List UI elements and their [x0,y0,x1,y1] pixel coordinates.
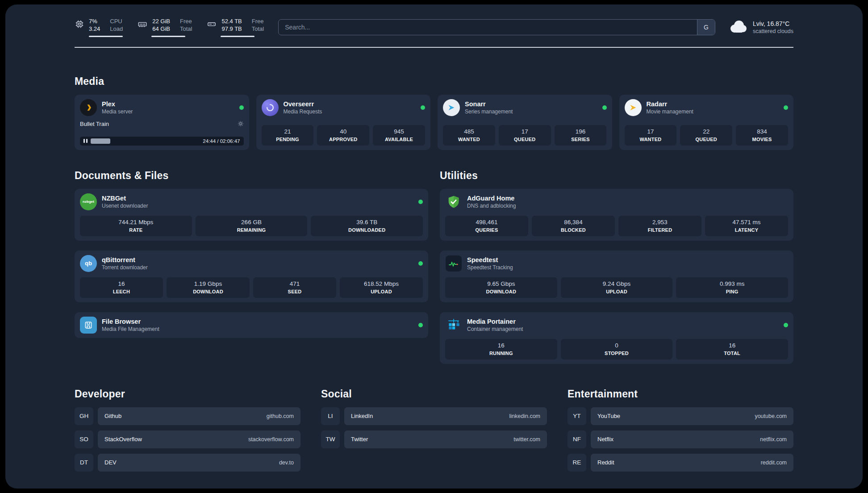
stat-label: TOTAL [678,351,786,356]
radarr-card[interactable]: Radarr Movie management 17 WANTED 22 QUE… [619,95,794,150]
stat-value: 196 [556,128,605,135]
stat-value: 47.571 ms [707,219,786,226]
stat-tile: 39.6 TB DOWNLOADED [311,216,423,236]
playback-time: 24:44 / 02:06:47 [203,138,240,144]
link-url: stackoverflow.com [248,436,294,443]
section-heading-entertainment: Entertainment [568,388,793,400]
section-heading-utilities: Utilities [440,170,793,182]
stat-label: PENDING [263,137,312,142]
link-url: youtube.com [755,413,787,419]
reddit-link[interactable]: Reddit reddit.com [591,454,793,472]
filebrowser-card[interactable]: File Browser Media File Management [75,312,428,338]
stat-tile: 16 TOTAL [676,339,788,359]
link-name: YouTube [597,413,620,419]
linkedin-link[interactable]: LinkedIn linkedin.com [344,407,547,425]
stat-label: DOWNLOAD [168,289,248,294]
stat-tile: 945 AVAILABLE [373,125,425,146]
stat-tile: 9.24 Gbps UPLOAD [561,277,673,298]
link-url: netflix.com [760,436,787,443]
stat-value: 498,461 [447,219,526,226]
link-name: Reddit [597,459,614,466]
service-name: Media Portainer [467,318,523,325]
reddit-abbr-badge: RE [568,454,586,472]
qbittorrent-card[interactable]: qb qBittorrent Torrent downloader 16 LEE… [75,251,428,302]
github-link[interactable]: Github github.com [98,407,300,425]
service-name: File Browser [102,318,159,325]
cpu-icon [75,19,84,29]
stat-tile: 744.21 Mbps RATE [80,216,192,236]
ram-free-label: Free [180,18,192,25]
stackoverflow-abbr-badge: SO [75,430,93,448]
stats-row: 17 WANTED 22 QUEUED 834 MOVIES [625,125,789,146]
github-abbr-badge: GH [75,407,93,425]
twitter-abbr-badge: TW [321,430,340,448]
stat-label: APPROVED [319,137,367,142]
status-dot [418,261,423,266]
link-url: github.com [267,413,294,419]
portainer-card[interactable]: Media Portainer Container management 16 … [440,312,793,364]
playback-progress-bar[interactable]: 24:44 / 02:06:47 [80,137,244,146]
stat-label: BLOCKED [534,227,613,233]
service-subtitle: Speedtest Tracking [467,264,513,271]
stats-row: 21 PENDING 40 APPROVED 945 AVAILABLE [262,125,426,146]
gear-icon[interactable] [238,121,244,127]
stat-tile: 16 LEECH [80,277,163,298]
stat-tile: 0 STOPPED [561,339,673,359]
stackoverflow-link[interactable]: StackOverflow stackoverflow.com [98,430,300,448]
adguard-card[interactable]: AdGuard Home DNS and adblocking 498,461 … [440,189,793,241]
link-url: twitter.com [513,436,540,443]
stats-row: 16 RUNNING 0 STOPPED 16 TOTAL [445,339,788,359]
service-subtitle: Media Requests [284,109,322,115]
stats-row: 9.65 Gbps DOWNLOAD 9.24 Gbps UPLOAD 0.99… [445,277,788,298]
speedtest-card[interactable]: Speedtest Speedtest Tracking 9.65 Gbps D… [440,251,793,302]
status-dot [784,105,788,110]
stat-tile: 485 WANTED [443,125,495,146]
youtube-abbr-badge: YT [568,407,586,425]
cpu-load-value: 3.24 [89,25,100,33]
stat-label: SERIES [556,137,605,142]
twitter-link[interactable]: Twitter twitter.com [344,430,547,448]
portainer-icon [445,317,462,334]
stat-label: WANTED [626,137,675,142]
link-row-stackoverflow: SO StackOverflow stackoverflow.com [75,430,300,448]
topbar: 7% 3.24 CPU Load [75,4,793,37]
stat-value: 86,384 [534,219,613,226]
plex-icon [80,99,97,116]
filebrowser-icon [80,317,97,334]
pause-icon[interactable] [83,139,88,143]
stat-tile: 21 PENDING [262,125,314,146]
search-engine-button[interactable]: G [697,20,715,35]
link-url: dev.to [279,460,294,466]
link-row-netflix: NF Netflix netflix.com [568,430,793,448]
weather-widget[interactable]: Lviv, 16.87°C scattered clouds [729,20,793,35]
service-name: NZBGet [102,195,148,202]
stat-value: 618.52 Mbps [342,280,421,287]
overseerr-icon [262,99,279,116]
youtube-link[interactable]: YouTube youtube.com [591,407,793,425]
dev-link[interactable]: DEV dev.to [98,454,300,472]
adguard-icon [445,193,462,210]
overseerr-card[interactable]: Overseerr Media Requests 21 PENDING 40 A… [256,95,431,150]
link-row-reddit: RE Reddit reddit.com [568,454,793,472]
stat-value: 40 [319,128,367,135]
stat-label: STOPPED [563,351,671,356]
sonarr-card[interactable]: Sonarr Series management 485 WANTED 17 Q… [438,95,612,150]
section-heading-social: Social [321,388,547,400]
nzbget-card[interactable]: nzbget NZBGet Usenet downloader 744.21 M… [75,189,428,241]
netflix-link[interactable]: Netflix netflix.com [591,430,793,448]
link-row-linkedin: LI LinkedIn linkedin.com [321,407,547,425]
sonarr-icon [443,99,460,116]
service-subtitle: Usenet downloader [102,203,148,209]
plex-card[interactable]: Plex Media server Bullet Train 24:44 / 0… [75,95,249,150]
stat-label: AVAILABLE [375,137,423,142]
stat-tile: 266 GB REMAINING [196,216,308,236]
stat-label: QUEUED [682,137,730,142]
service-subtitle: Torrent downloader [102,264,148,271]
cpu-label: CPU [110,18,123,25]
stat-tile: 86,384 BLOCKED [532,216,615,236]
stat-label: RUNNING [447,351,555,356]
search-input[interactable] [279,20,697,35]
status-dot [602,105,607,110]
stat-tile: 22 QUEUED [680,125,732,146]
stat-tile: 40 APPROVED [317,125,369,146]
